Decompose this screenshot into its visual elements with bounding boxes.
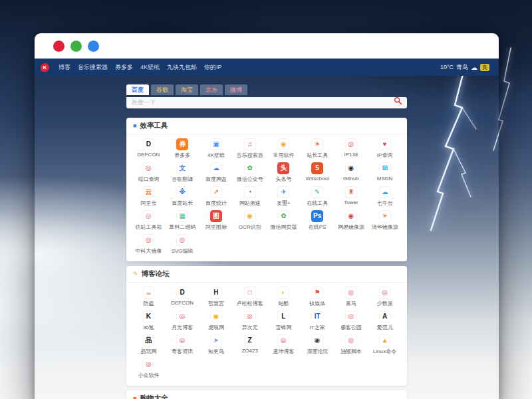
site-link[interactable]: 图 阿里图标: [200, 210, 233, 232]
section-title: 效率工具: [140, 121, 168, 130]
site-link[interactable]: ◎ SVG编辑: [166, 234, 200, 256]
search-engine-tab[interactable]: 微博: [225, 84, 247, 95]
site-link[interactable]: ◎ 黑马: [334, 287, 368, 309]
site-link[interactable]: 头 头条号: [267, 162, 301, 184]
site-link[interactable]: ⚑ 钛媒体: [301, 287, 334, 309]
site-link[interactable]: 品 品玩网: [132, 334, 166, 356]
site-link[interactable]: ◔ 网站测速: [233, 186, 267, 208]
nav-link[interactable]: 博客: [59, 63, 70, 72]
site-link[interactable]: ◎ 孟坤博客: [267, 334, 301, 356]
search-engine-tab[interactable]: 谷歌: [151, 84, 174, 95]
site-icon: H: [210, 287, 222, 299]
site-link[interactable]: ♜ Tower: [334, 186, 368, 208]
site-link[interactable]: D DEFCON: [132, 138, 166, 160]
site-link[interactable]: ✿ 微信公众号: [233, 162, 267, 184]
site-link[interactable]: K 36氪: [132, 311, 166, 332]
site-label: 月光博客: [172, 324, 193, 331]
site-icon: ✿: [244, 162, 256, 174]
site-link[interactable]: ☁ 百度网盘: [200, 162, 233, 184]
minimize-window-button[interactable]: [70, 41, 82, 52]
site-label: 卢松松博客: [237, 300, 263, 307]
site-link[interactable]: ▲ Linux命令: [368, 334, 402, 356]
site-link[interactable]: ◎ 异次元: [233, 311, 267, 332]
site-link[interactable]: Ps 在线PS: [301, 210, 334, 232]
site-link[interactable]: ✈ 友盟+: [267, 186, 301, 208]
close-window-button[interactable]: [53, 41, 65, 52]
search-engine-tab[interactable]: 京东: [200, 84, 223, 95]
site-link[interactable]: ☁ 七牛云: [368, 186, 402, 208]
site-link[interactable]: ↗ 百度统计: [200, 186, 233, 208]
site-link[interactable]: ◎ 小众软件: [132, 358, 166, 380]
site-icon: IT: [311, 311, 323, 323]
site-link[interactable]: ✎ 在线工具: [301, 186, 334, 208]
site-link[interactable]: H 智慧宫: [200, 287, 233, 309]
site-link[interactable]: ◎ 月光博客: [166, 311, 200, 332]
site-link[interactable]: L 雷锋网: [267, 311, 301, 332]
site-link[interactable]: ☀ 清华镜像源: [368, 210, 402, 232]
site-link[interactable]: Z ZO423: [233, 334, 267, 356]
site-link[interactable]: ◉ Github: [334, 162, 368, 184]
site-link[interactable]: ◎ 油猴脚本: [334, 334, 368, 356]
search-engine-tab[interactable]: 淘宝: [176, 84, 198, 95]
site-label: Github: [343, 176, 359, 182]
site-link[interactable]: ◎ 仿站工具箱: [132, 210, 166, 232]
site-link[interactable]: IT IT之家: [301, 311, 334, 332]
nav-link[interactable]: 九块九包邮: [167, 63, 197, 72]
site-link[interactable]: 5 W3school: [301, 162, 334, 184]
site-icon: ◎: [244, 311, 256, 323]
nav-link[interactable]: 4K壁纸: [140, 63, 160, 72]
site-link[interactable]: ◉ OCR识别: [233, 210, 267, 232]
site-icon: ✿: [277, 210, 289, 222]
site-link[interactable]: ◎ 奇客资讯: [166, 334, 200, 356]
site-link[interactable]: ◎ IP138: [334, 138, 368, 160]
site-link[interactable]: A 爱范儿: [368, 311, 402, 332]
site-link[interactable]: 云 阿里云: [132, 186, 166, 208]
search-icon[interactable]: [394, 96, 402, 105]
site-link[interactable]: ◎ 极客公园: [334, 311, 368, 332]
search-engine-tab[interactable]: 百度: [126, 84, 149, 95]
site-link[interactable]: ◎ 端口查询: [132, 162, 166, 184]
site-link[interactable]: □ 卢松松博客: [233, 287, 267, 309]
site-link[interactable]: 文 谷歌翻译: [166, 162, 200, 184]
maximize-window-button[interactable]: [88, 41, 99, 52]
site-icon: ◔: [244, 186, 256, 198]
site-link[interactable]: ◉ 深度论坛: [301, 334, 334, 356]
nav-link[interactable]: 音乐搜索器: [78, 63, 108, 72]
site-label: 黑马: [346, 300, 356, 307]
site-link[interactable]: D DEFCON: [166, 287, 200, 309]
nav-link[interactable]: 券多多: [115, 63, 133, 72]
site-label: 4K壁纸: [207, 152, 225, 159]
site-link[interactable]: ◐ 站酷: [267, 287, 301, 309]
site-link[interactable]: ☀ 站长工具: [301, 138, 334, 160]
site-link[interactable]: ※ 百度站长: [166, 186, 200, 208]
site-link[interactable]: ◉ 虎嗅网: [200, 311, 233, 332]
site-link[interactable]: ◉ 网易镜像源: [334, 210, 368, 232]
site-label: OCR识别: [239, 223, 261, 231]
link-sections: ■ 效率工具 D DEFCON 券 券多多 ▣ 4K壁纸 ♫ 音乐搜索器 ◉ 常…: [35, 118, 499, 399]
site-link[interactable]: ☕ 防盗: [132, 287, 166, 309]
section-title: 博客论坛: [142, 269, 170, 279]
site-link[interactable]: ◉ 常用软件: [267, 138, 301, 160]
site-link[interactable]: 券 券多多: [166, 138, 200, 160]
site-link[interactable]: ♥ IP查询: [368, 138, 402, 160]
site-link[interactable]: ✿ 微信网页版: [267, 210, 301, 232]
site-link[interactable]: ♫ 音乐搜索器: [233, 138, 267, 160]
site-link[interactable]: ◎ 少数派: [368, 287, 402, 309]
section-title: 购物大全: [140, 394, 168, 399]
site-logo-icon[interactable]: K: [41, 63, 49, 72]
site-icon: K: [142, 311, 154, 323]
site-link[interactable]: ▦ 草料二维码: [166, 210, 200, 232]
search-input[interactable]: [126, 97, 407, 108]
site-label: 知更鸟: [208, 348, 224, 355]
site-label: 微信网页版: [270, 223, 297, 231]
site-link[interactable]: ▣ 4K壁纸: [200, 138, 233, 160]
site-link[interactable]: ➤ 知更鸟: [200, 334, 233, 356]
nav-link[interactable]: 你的IP: [204, 63, 222, 72]
site-icon: ♥: [379, 138, 391, 150]
grid-icon: ■: [133, 123, 136, 129]
site-icon: ♫: [244, 138, 256, 150]
site-link[interactable]: ◎ 中科大镜像: [132, 234, 166, 256]
site-icon: ◎: [176, 311, 188, 323]
site-link[interactable]: ⊞ MSDN: [368, 162, 402, 184]
site-icon: ◉: [311, 334, 323, 346]
